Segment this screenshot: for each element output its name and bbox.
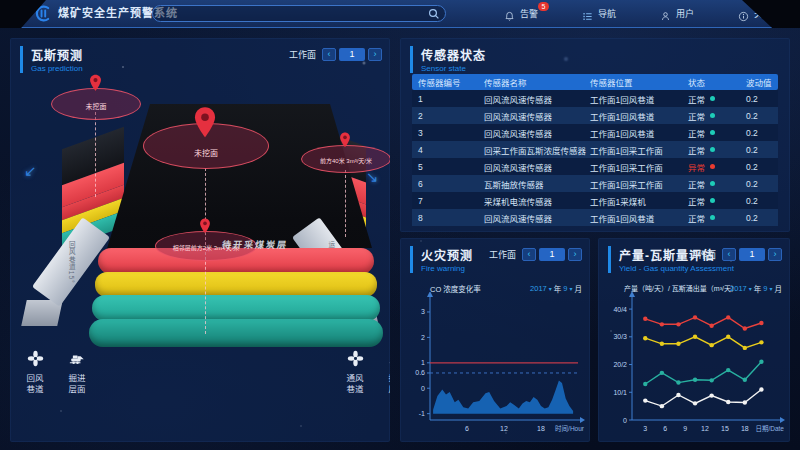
search-icon[interactable] — [428, 8, 440, 20]
marker-dashed-line — [95, 112, 96, 197]
table-row[interactable]: 2回风流风速传感器工作面1回风巷道正常0.2 — [412, 107, 778, 124]
svg-text:18: 18 — [537, 425, 545, 432]
panel-title-text: 火灾预测 — [421, 246, 473, 263]
status-cell: 正常 — [688, 144, 746, 156]
svg-text:18: 18 — [741, 425, 749, 432]
search-input[interactable] — [153, 9, 428, 19]
panel-title-text: 瓦斯预测 — [31, 46, 83, 63]
column-header: 传感器位置 — [590, 76, 688, 88]
marker-dashed-line — [345, 170, 346, 237]
status-cell: 正常 — [688, 110, 746, 122]
info-icon — [738, 8, 749, 19]
table-row[interactable]: 6瓦斯抽放传感器工作面1回采工作面正常0.2 — [412, 175, 778, 192]
pager-next-button[interactable]: › — [568, 248, 582, 261]
panel-title: 火灾预测 Fire warning — [410, 246, 473, 273]
pager-next-button[interactable]: › — [768, 248, 782, 261]
month-select[interactable]: 9 — [763, 284, 767, 293]
table-cell: 回风流风速传感器 — [484, 161, 590, 173]
status-dot — [710, 198, 715, 203]
status-cell: 异常 — [688, 161, 746, 173]
panel-title: 传感器状态 Sensor state — [410, 46, 486, 73]
status-dot — [710, 130, 715, 135]
table-cell: 1 — [412, 94, 484, 104]
table-cell: 5 — [412, 162, 484, 172]
table-cell: 0.2 — [746, 162, 778, 172]
fire-co-area-chart: 3210.60-161218时间/Hour — [404, 292, 586, 438]
mine-marker-unexcavated-left[interactable]: 未挖面 — [51, 88, 141, 120]
alert-count-badge: 5 — [538, 2, 549, 11]
pager-label: 工作面 — [689, 248, 716, 261]
table-cell: 0.2 — [746, 128, 778, 138]
legend-item-excavation: 掘进 层面 — [62, 350, 92, 396]
nav-item-alerts[interactable]: 告警5 — [504, 7, 538, 20]
month-select[interactable]: 9 — [563, 284, 567, 293]
table-cell: 工作面1回风巷道 — [590, 110, 688, 122]
bell-icon — [504, 8, 515, 19]
status-dot — [710, 215, 715, 220]
table-cell: 回风流风速传感器 — [484, 127, 590, 139]
svg-text:0.6: 0.6 — [415, 369, 425, 376]
status-dot — [710, 181, 715, 186]
nav-item-label: 用户 — [676, 7, 694, 20]
user-icon — [660, 8, 671, 19]
table-cell: 0.2 — [746, 196, 778, 206]
pager-next-button[interactable]: › — [368, 48, 382, 61]
digger-icon — [69, 350, 86, 367]
table-row[interactable]: 5回风流风速传感器工作面1回采工作面异常0.2 — [412, 158, 778, 175]
svg-text:3: 3 — [421, 308, 425, 315]
panel-subtitle-text: Fire warning — [421, 264, 473, 273]
digger-icon — [389, 350, 391, 367]
status-dot — [710, 96, 715, 101]
svg-text:6: 6 — [663, 425, 667, 432]
map-pin-icon — [193, 106, 217, 139]
coal-face-label: 待开采煤炭层 — [221, 238, 288, 251]
pager-label: 工作面 — [289, 48, 316, 61]
svg-text:15: 15 — [721, 425, 729, 432]
svg-text:12: 12 — [500, 425, 508, 432]
mine-legend-right: 通风 巷道 掘进 层面 — [340, 350, 390, 396]
table-row[interactable]: 1回风流风速传感器工作面1回风巷道正常0.2 — [412, 90, 778, 107]
table-row[interactable]: 7采煤机电流传感器工作面1采煤机正常0.2 — [412, 192, 778, 209]
svg-text:时间/Hour: 时间/Hour — [555, 424, 585, 433]
caret-down-icon: ▾ — [549, 285, 552, 292]
status-dot — [710, 164, 715, 169]
mine-legend-left: 回风 巷道 掘进 层面 — [20, 350, 92, 396]
nav-item-user[interactable]: 用户 — [660, 7, 694, 20]
nav-item-navigation[interactable]: 导航 — [582, 7, 616, 20]
legend-item-return-air: 回风 巷道 — [20, 350, 50, 396]
year-select[interactable]: 2017 — [530, 284, 547, 293]
svg-text:1: 1 — [421, 359, 425, 366]
coal-seam-band-teal — [92, 295, 380, 321]
year-select[interactable]: 2017 — [730, 284, 747, 293]
legend-item-ventilation: 通风 巷道 — [340, 350, 370, 396]
table-cell: 工作面1回风巷道 — [590, 93, 688, 105]
table-cell: 3 — [412, 128, 484, 138]
pager-page[interactable]: 1 — [339, 48, 365, 61]
column-header: 传感器编号 — [412, 76, 484, 88]
svg-text:2: 2 — [421, 334, 425, 341]
table-cell: 0.2 — [746, 179, 778, 189]
search-bar — [152, 5, 446, 22]
column-header: 状态 — [688, 76, 746, 88]
pager-prev-button[interactable]: ‹ — [722, 248, 736, 261]
pager-page[interactable]: 1 — [539, 248, 565, 261]
pager-page[interactable]: 1 — [739, 248, 765, 261]
sensor-table: 传感器编号传感器名称传感器位置状态波动值1回风流风速传感器工作面1回风巷道正常0… — [412, 74, 778, 226]
workface-pager: 工作面 ‹ 1 › — [289, 48, 382, 61]
pager-prev-button[interactable]: ‹ — [322, 48, 336, 61]
caret-down-icon: ▾ — [749, 285, 752, 292]
list-icon — [582, 8, 593, 19]
fan-icon — [27, 350, 44, 367]
pager-prev-button[interactable]: ‹ — [522, 248, 536, 261]
svg-text:0: 0 — [421, 385, 425, 392]
status-cell: 正常 — [688, 178, 746, 190]
map-pin-icon — [199, 218, 211, 234]
table-row[interactable]: 3回风流风速传感器工作面1回风巷道正常0.2 — [412, 124, 778, 141]
table-cell: 0.2 — [746, 213, 778, 223]
fan-icon — [347, 350, 364, 367]
yield-gas-line-chart: 010/120/230/340/4369121518日期/Date — [602, 292, 786, 438]
table-row[interactable]: 4回采工作面瓦斯浓度传感器工作面1回采工作面正常0.2 — [412, 141, 778, 158]
table-cell: 0.2 — [746, 145, 778, 155]
status-cell: 正常 — [688, 93, 746, 105]
table-row[interactable]: 8回风流风速传感器工作面1回风巷道正常0.2 — [412, 209, 778, 226]
